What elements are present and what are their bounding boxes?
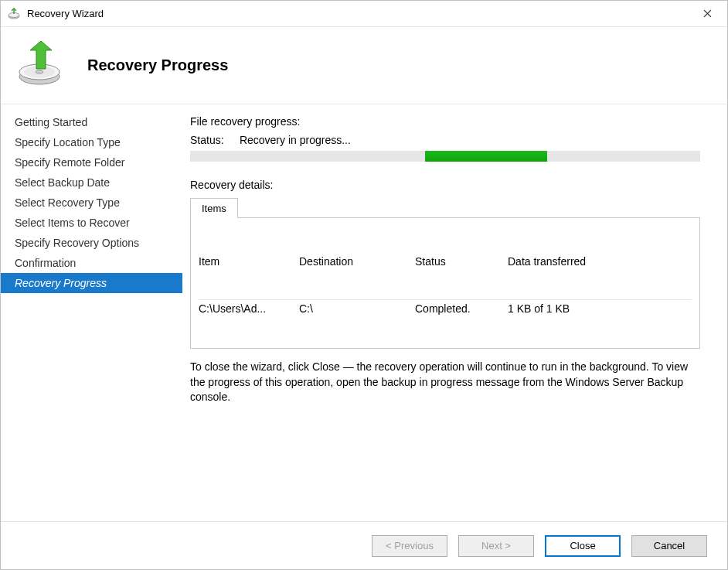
cell-destination: C:\ (299, 302, 415, 315)
dialog-window: Recovery Wizard Recovery Progress Gettin… (0, 0, 728, 570)
info-text: To close the wizard, click Close — the r… (190, 360, 700, 405)
col-data-transferred: Data transferred (508, 255, 692, 268)
table-row[interactable]: C:\Users\Ad... C:\ Completed. 1 KB of 1 … (199, 300, 692, 317)
close-button[interactable]: Close (545, 535, 621, 557)
sidebar-item-select-items-to-recover[interactable]: Select Items to Recover (1, 213, 182, 233)
details-section-label: Recovery details: (190, 179, 706, 191)
cell-data-transferred: 1 KB of 1 KB (508, 302, 692, 315)
col-destination: Destination (299, 255, 415, 268)
status-value: Recovery in progress... (240, 134, 351, 146)
status-row: Status: Recovery in progress... (190, 134, 706, 146)
next-button: Next > (458, 535, 534, 557)
wizard-steps-sidebar: Getting Started Specify Location Type Sp… (1, 104, 182, 521)
sidebar-item-select-recovery-type[interactable]: Select Recovery Type (1, 193, 182, 213)
cancel-button[interactable]: Cancel (631, 535, 707, 557)
wizard-body: Getting Started Specify Location Type Sp… (1, 104, 727, 521)
page-title: Recovery Progress (87, 56, 228, 74)
sidebar-item-recovery-progress[interactable]: Recovery Progress (1, 273, 182, 293)
button-row: < Previous Next > Close Cancel (1, 521, 727, 569)
titlebar: Recovery Wizard (1, 1, 727, 27)
svg-point-5 (36, 70, 43, 73)
sidebar-item-select-backup-date[interactable]: Select Backup Date (1, 172, 182, 193)
cell-item: C:\Users\Ad... (199, 302, 299, 315)
wizard-header: Recovery Progress (1, 27, 727, 104)
status-label: Status: (190, 134, 236, 146)
tab-items[interactable]: Items (190, 198, 238, 218)
close-icon[interactable] (692, 3, 723, 25)
cell-status: Completed. (415, 302, 508, 315)
col-status: Status (415, 255, 508, 268)
sidebar-item-specify-location-type[interactable]: Specify Location Type (1, 132, 182, 152)
sidebar-item-getting-started[interactable]: Getting Started (1, 112, 182, 132)
table-header-row: Item Destination Status Data transferred (199, 223, 692, 300)
recovery-disk-icon (15, 41, 64, 90)
previous-button: < Previous (372, 535, 447, 557)
progress-chunk (425, 151, 547, 162)
sidebar-item-confirmation[interactable]: Confirmation (1, 253, 182, 273)
main-panel: File recovery progress: Status: Recovery… (182, 104, 727, 521)
app-icon (7, 7, 21, 21)
sidebar-item-specify-remote-folder[interactable]: Specify Remote Folder (1, 152, 182, 172)
sidebar-item-specify-recovery-options[interactable]: Specify Recovery Options (1, 233, 182, 253)
recovery-items-table: Item Destination Status Data transferred… (190, 217, 700, 349)
progress-bar (190, 151, 700, 162)
tabset: Items (190, 197, 706, 217)
col-item: Item (199, 255, 299, 268)
progress-section-label: File recovery progress: (190, 115, 706, 128)
titlebar-text: Recovery Wizard (27, 8, 692, 19)
